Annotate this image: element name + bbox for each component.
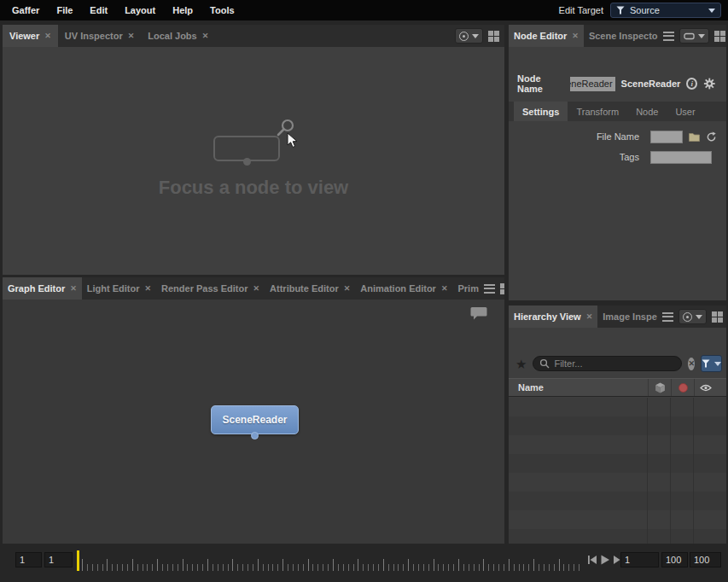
close-icon[interactable]: ✕ <box>572 32 579 40</box>
filter-search-box[interactable] <box>533 356 682 371</box>
node-plug-dot-icon <box>243 158 251 166</box>
close-icon[interactable]: ✕ <box>441 285 448 293</box>
filter-input[interactable] <box>554 358 675 369</box>
tab-label: Graph Editor <box>8 283 65 294</box>
layout-grid-icon[interactable] <box>500 283 504 294</box>
playback-start-field[interactable] <box>44 552 73 567</box>
target-icon <box>459 32 469 41</box>
tab-list-menu-icon[interactable] <box>662 312 673 322</box>
tab-scene-inspector[interactable]: Scene Inspecto <box>584 25 663 47</box>
filter-settings-button[interactable] <box>701 355 722 372</box>
tab-list-menu-icon[interactable] <box>663 32 674 41</box>
range-end-field[interactable] <box>690 552 721 567</box>
folder-browse-button[interactable] <box>689 132 700 142</box>
mute-column-header[interactable] <box>671 379 694 396</box>
current-frame-field[interactable] <box>620 552 659 567</box>
tab-settings[interactable]: Settings <box>514 102 568 121</box>
shading-column-header[interactable] <box>648 379 671 396</box>
tab-list-menu-icon[interactable] <box>484 284 495 294</box>
tab-user[interactable]: User <box>667 102 703 121</box>
menu-file[interactable]: File <box>48 0 81 20</box>
viewer-focus-menu-button[interactable] <box>455 28 483 44</box>
tab-light-editor[interactable]: Light Editor ✕ <box>82 277 156 300</box>
playback-controls <box>587 555 623 565</box>
tab-uv-inspector[interactable]: UV Inspector ✕ <box>58 25 141 47</box>
bookmark-star-icon[interactable]: ★ <box>515 358 527 370</box>
node-icon <box>684 32 695 40</box>
eye-icon <box>700 384 712 392</box>
layout-grid-icon[interactable] <box>488 31 499 42</box>
close-icon[interactable]: ✕ <box>128 32 135 40</box>
funnel-icon <box>702 359 710 368</box>
reload-button[interactable] <box>706 131 717 143</box>
node-name-field[interactable]: SceneReader <box>570 77 614 91</box>
menu-help[interactable]: Help <box>164 0 201 20</box>
visibility-column-header[interactable] <box>694 379 717 396</box>
tags-label: Tags <box>509 152 645 162</box>
close-icon[interactable]: ✕ <box>253 285 260 293</box>
tab-attribute-editor[interactable]: Attribute Editor ✕ <box>265 277 355 300</box>
scene-reader-node[interactable]: SceneReader <box>211 405 299 434</box>
hierarchy-empty-rows[interactable] <box>509 398 726 544</box>
menu-edit[interactable]: Edit <box>81 0 116 20</box>
pin-node-menu-button[interactable] <box>679 28 709 44</box>
tab-label: UV Inspector <box>65 31 123 41</box>
tab-render-pass-editor[interactable]: Render Pass Editor ✕ <box>156 277 265 300</box>
layout-grid-icon[interactable] <box>714 31 725 42</box>
close-icon[interactable]: ✕ <box>70 285 77 293</box>
info-icon[interactable]: i <box>686 78 697 90</box>
chevron-down-icon <box>698 34 705 38</box>
menu-tools[interactable]: Tools <box>201 0 243 20</box>
node-editor-tabbar-icons <box>663 25 726 47</box>
file-name-row: File Name <box>509 130 726 143</box>
edit-target-dropdown[interactable]: Source <box>610 3 721 18</box>
tab-animation-editor[interactable]: Animation Editor ✕ <box>355 277 452 300</box>
chevron-down-icon <box>714 362 721 366</box>
tab-viewer[interactable]: Viewer ✕ <box>3 25 58 47</box>
skip-to-start-icon[interactable] <box>587 555 597 565</box>
gear-icon[interactable] <box>703 77 716 90</box>
node-editor-tabbar: Node Editor ✕ Scene Inspecto <box>509 25 726 47</box>
node-editor-panel: Node Editor ✕ Scene Inspecto Node Name <box>509 25 726 300</box>
name-column-header[interactable]: Name <box>509 379 648 396</box>
menu-layout[interactable]: Layout <box>116 0 164 20</box>
cube-icon <box>655 382 666 393</box>
tags-input[interactable] <box>650 151 712 164</box>
hierarchy-content: ★ ✕ Name <box>509 328 726 544</box>
file-name-input[interactable] <box>650 131 683 143</box>
hierarchy-focus-menu-button[interactable] <box>678 309 707 324</box>
folder-icon <box>689 132 700 142</box>
play-icon[interactable] <box>600 555 610 565</box>
viewer-content[interactable]: Focus a node to view <box>3 47 504 275</box>
menu-gaffer[interactable]: Gaffer <box>3 0 48 20</box>
node-name-row: Node Name SceneReader SceneReader i <box>517 76 716 91</box>
frame-ruler[interactable] <box>82 550 584 571</box>
annotation-bubble-icon[interactable] <box>470 306 487 321</box>
cursor-icon <box>287 132 298 148</box>
current-frame-marker[interactable] <box>77 550 79 571</box>
close-icon[interactable]: ✕ <box>202 32 209 40</box>
node-output-plug[interactable] <box>251 432 259 439</box>
tab-node-editor[interactable]: Node Editor ✕ <box>509 25 584 47</box>
tab-image-inspector[interactable]: Image Inspe <box>597 306 662 328</box>
graph-editor-canvas[interactable]: SceneReader <box>3 300 504 544</box>
tab-graph-editor[interactable]: Graph Editor ✕ <box>3 277 82 300</box>
close-icon[interactable]: ✕ <box>586 313 593 321</box>
clear-filter-icon[interactable]: ✕ <box>688 358 695 370</box>
tab-hierarchy-view[interactable]: Hierarchy View ✕ <box>509 306 597 328</box>
close-icon[interactable]: ✕ <box>344 285 351 293</box>
tab-transform[interactable]: Transform <box>568 102 627 121</box>
graph-tabbar: Graph Editor ✕ Light Editor ✕ Render Pas… <box>3 277 504 300</box>
edit-target-label: Edit Target <box>559 5 603 15</box>
close-icon[interactable]: ✕ <box>44 32 51 40</box>
tab-label: Animation Editor <box>360 283 436 294</box>
tab-local-jobs[interactable]: Local Jobs ✕ <box>141 25 215 47</box>
tab-node[interactable]: Node <box>627 102 667 121</box>
layout-grid-icon[interactable] <box>712 311 723 323</box>
range-start-field[interactable] <box>15 552 42 567</box>
tab-prim[interactable]: Prim <box>452 277 483 300</box>
graph-editor-panel: Graph Editor ✕ Light Editor ✕ Render Pas… <box>3 277 504 544</box>
playback-end-field[interactable] <box>661 552 688 567</box>
close-icon[interactable]: ✕ <box>145 285 152 293</box>
hierarchy-view-panel: Hierarchy View ✕ Image Inspe ★ <box>509 306 726 544</box>
